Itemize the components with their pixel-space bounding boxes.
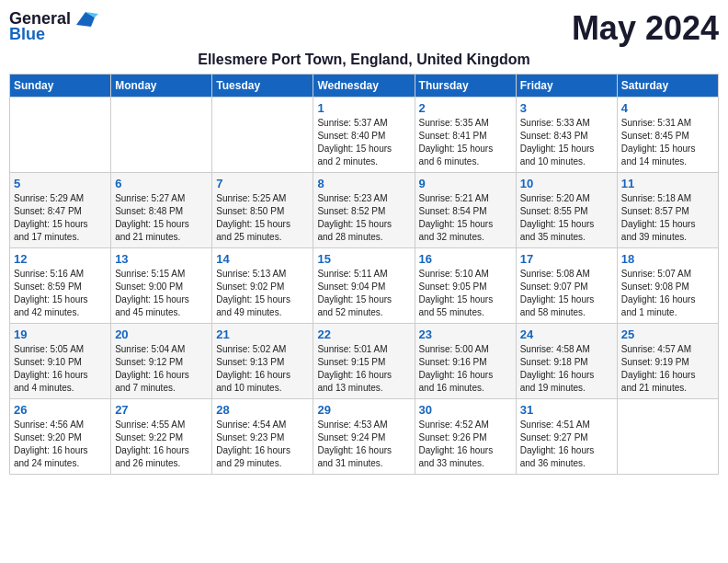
month-title: May 2024	[572, 9, 719, 48]
calendar-cell	[212, 98, 313, 173]
day-info: Sunrise: 4:56 AM Sunset: 9:20 PM Dayligh…	[14, 419, 107, 470]
header-sunday: Sunday	[10, 75, 111, 98]
calendar-cell: 26Sunrise: 4:56 AM Sunset: 9:20 PM Dayli…	[10, 399, 111, 475]
week-row-4: 19Sunrise: 5:05 AM Sunset: 9:10 PM Dayli…	[10, 324, 719, 399]
logo-icon	[73, 10, 98, 29]
week-row-2: 5Sunrise: 5:29 AM Sunset: 8:47 PM Daylig…	[10, 173, 719, 248]
calendar-cell: 18Sunrise: 5:07 AM Sunset: 9:08 PM Dayli…	[617, 248, 718, 324]
day-number: 30	[419, 403, 512, 417]
day-info: Sunrise: 5:20 AM Sunset: 8:55 PM Dayligh…	[520, 192, 613, 244]
calendar-cell: 7Sunrise: 5:25 AM Sunset: 8:50 PM Daylig…	[212, 173, 313, 248]
day-number: 27	[115, 403, 208, 417]
calendar-cell: 2Sunrise: 5:35 AM Sunset: 8:41 PM Daylig…	[415, 98, 516, 173]
day-info: Sunrise: 5:11 AM Sunset: 9:04 PM Dayligh…	[317, 268, 410, 319]
header-thursday: Thursday	[415, 75, 516, 98]
header-row: SundayMondayTuesdayWednesdayThursdayFrid…	[10, 75, 719, 98]
header-wednesday: Wednesday	[313, 75, 415, 98]
day-info: Sunrise: 5:01 AM Sunset: 9:15 PM Dayligh…	[317, 343, 410, 395]
day-number: 12	[14, 252, 107, 266]
calendar-cell: 10Sunrise: 5:20 AM Sunset: 8:55 PM Dayli…	[516, 173, 617, 248]
day-info: Sunrise: 5:00 AM Sunset: 9:16 PM Dayligh…	[419, 343, 512, 395]
calendar-cell: 30Sunrise: 4:52 AM Sunset: 9:26 PM Dayli…	[415, 399, 516, 475]
day-info: Sunrise: 4:54 AM Sunset: 9:23 PM Dayligh…	[216, 419, 309, 470]
day-number: 22	[317, 327, 410, 341]
calendar-cell: 24Sunrise: 4:58 AM Sunset: 9:18 PM Dayli…	[516, 324, 617, 399]
header-saturday: Saturday	[617, 75, 718, 98]
calendar-cell: 9Sunrise: 5:21 AM Sunset: 8:54 PM Daylig…	[415, 173, 516, 248]
week-row-5: 26Sunrise: 4:56 AM Sunset: 9:20 PM Dayli…	[10, 399, 719, 475]
calendar-cell: 11Sunrise: 5:18 AM Sunset: 8:57 PM Dayli…	[617, 173, 718, 248]
calendar-cell: 6Sunrise: 5:27 AM Sunset: 8:48 PM Daylig…	[111, 173, 212, 248]
day-info: Sunrise: 5:37 AM Sunset: 8:40 PM Dayligh…	[317, 117, 410, 168]
day-number: 8	[317, 177, 410, 190]
day-number: 29	[317, 403, 410, 417]
day-number: 19	[14, 327, 107, 341]
calendar-cell: 17Sunrise: 5:08 AM Sunset: 9:07 PM Dayli…	[516, 248, 617, 324]
calendar-cell: 20Sunrise: 5:04 AM Sunset: 9:12 PM Dayli…	[111, 324, 212, 399]
calendar-cell	[111, 98, 212, 173]
calendar-cell: 4Sunrise: 5:31 AM Sunset: 8:45 PM Daylig…	[617, 98, 718, 173]
day-number: 1	[317, 101, 410, 115]
calendar-cell: 25Sunrise: 4:57 AM Sunset: 9:19 PM Dayli…	[617, 324, 718, 399]
day-info: Sunrise: 4:55 AM Sunset: 9:22 PM Dayligh…	[115, 419, 208, 470]
day-info: Sunrise: 5:07 AM Sunset: 9:08 PM Dayligh…	[621, 268, 714, 319]
calendar-cell: 15Sunrise: 5:11 AM Sunset: 9:04 PM Dayli…	[313, 248, 415, 324]
location-title: Ellesmere Port Town, England, United Kin…	[9, 52, 719, 68]
calendar-cell: 1Sunrise: 5:37 AM Sunset: 8:40 PM Daylig…	[313, 98, 415, 173]
calendar-cell: 27Sunrise: 4:55 AM Sunset: 9:22 PM Dayli…	[111, 399, 212, 475]
day-number: 13	[115, 252, 208, 266]
day-number: 23	[419, 327, 512, 341]
header-friday: Friday	[516, 75, 617, 98]
day-number: 25	[621, 327, 714, 341]
calendar-cell: 21Sunrise: 5:02 AM Sunset: 9:13 PM Dayli…	[212, 324, 313, 399]
calendar-cell: 13Sunrise: 5:15 AM Sunset: 9:00 PM Dayli…	[111, 248, 212, 324]
calendar-cell	[10, 98, 111, 173]
calendar-cell: 29Sunrise: 4:53 AM Sunset: 9:24 PM Dayli…	[313, 399, 415, 475]
calendar-cell: 12Sunrise: 5:16 AM Sunset: 8:59 PM Dayli…	[10, 248, 111, 324]
header-tuesday: Tuesday	[212, 75, 313, 98]
day-info: Sunrise: 5:10 AM Sunset: 9:05 PM Dayligh…	[419, 268, 512, 319]
day-info: Sunrise: 4:51 AM Sunset: 9:27 PM Dayligh…	[520, 419, 613, 470]
day-number: 5	[14, 177, 107, 190]
day-number: 14	[216, 252, 309, 266]
calendar-cell: 22Sunrise: 5:01 AM Sunset: 9:15 PM Dayli…	[313, 324, 415, 399]
day-info: Sunrise: 5:05 AM Sunset: 9:10 PM Dayligh…	[14, 343, 107, 395]
day-info: Sunrise: 5:13 AM Sunset: 9:02 PM Dayligh…	[216, 268, 309, 319]
day-number: 3	[520, 101, 613, 115]
page-header: General Blue May 2024	[9, 9, 719, 48]
day-number: 21	[216, 327, 309, 341]
day-number: 18	[621, 252, 714, 266]
day-number: 26	[14, 403, 107, 417]
week-row-3: 12Sunrise: 5:16 AM Sunset: 8:59 PM Dayli…	[10, 248, 719, 324]
day-info: Sunrise: 5:15 AM Sunset: 9:00 PM Dayligh…	[115, 268, 208, 319]
day-number: 28	[216, 403, 309, 417]
calendar-table: SundayMondayTuesdayWednesdayThursdayFrid…	[9, 74, 719, 475]
day-info: Sunrise: 4:52 AM Sunset: 9:26 PM Dayligh…	[419, 419, 512, 470]
day-info: Sunrise: 4:58 AM Sunset: 9:18 PM Dayligh…	[520, 343, 613, 395]
calendar-cell	[617, 399, 718, 475]
day-info: Sunrise: 5:33 AM Sunset: 8:43 PM Dayligh…	[520, 117, 613, 168]
day-number: 6	[115, 177, 208, 190]
day-info: Sunrise: 5:21 AM Sunset: 8:54 PM Dayligh…	[419, 192, 512, 244]
day-info: Sunrise: 5:27 AM Sunset: 8:48 PM Dayligh…	[115, 192, 208, 244]
calendar-cell: 8Sunrise: 5:23 AM Sunset: 8:52 PM Daylig…	[313, 173, 415, 248]
day-info: Sunrise: 5:29 AM Sunset: 8:47 PM Dayligh…	[14, 192, 107, 244]
logo-blue: Blue	[9, 25, 45, 44]
day-number: 11	[621, 177, 714, 190]
day-number: 15	[317, 252, 410, 266]
day-info: Sunrise: 5:25 AM Sunset: 8:50 PM Dayligh…	[216, 192, 309, 244]
calendar-cell: 3Sunrise: 5:33 AM Sunset: 8:43 PM Daylig…	[516, 98, 617, 173]
header-monday: Monday	[111, 75, 212, 98]
day-info: Sunrise: 5:35 AM Sunset: 8:41 PM Dayligh…	[419, 117, 512, 168]
calendar-cell: 5Sunrise: 5:29 AM Sunset: 8:47 PM Daylig…	[10, 173, 111, 248]
day-info: Sunrise: 5:18 AM Sunset: 8:57 PM Dayligh…	[621, 192, 714, 244]
day-info: Sunrise: 5:04 AM Sunset: 9:12 PM Dayligh…	[115, 343, 208, 395]
day-info: Sunrise: 5:02 AM Sunset: 9:13 PM Dayligh…	[216, 343, 309, 395]
calendar-cell: 19Sunrise: 5:05 AM Sunset: 9:10 PM Dayli…	[10, 324, 111, 399]
day-info: Sunrise: 4:57 AM Sunset: 9:19 PM Dayligh…	[621, 343, 714, 395]
day-info: Sunrise: 5:23 AM Sunset: 8:52 PM Dayligh…	[317, 192, 410, 244]
calendar-cell: 23Sunrise: 5:00 AM Sunset: 9:16 PM Dayli…	[415, 324, 516, 399]
day-info: Sunrise: 5:31 AM Sunset: 8:45 PM Dayligh…	[621, 117, 714, 168]
day-info: Sunrise: 5:08 AM Sunset: 9:07 PM Dayligh…	[520, 268, 613, 319]
day-number: 4	[621, 101, 714, 115]
